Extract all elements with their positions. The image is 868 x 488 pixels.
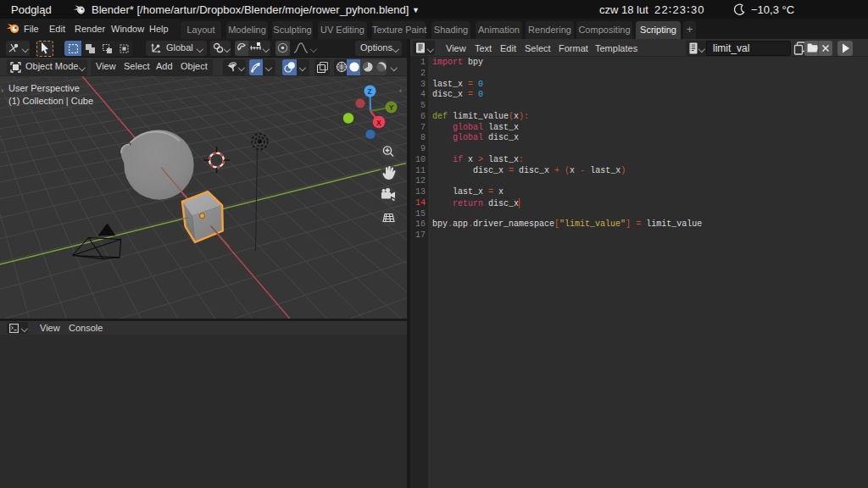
svg-text:Z: Z xyxy=(368,87,372,96)
svg-text:X: X xyxy=(376,119,381,127)
svg-text:(1) Collection | Cube: (1) Collection | Cube xyxy=(8,96,93,106)
svg-text:Y: Y xyxy=(389,103,394,112)
svg-text:‹: ‹ xyxy=(399,86,402,95)
svg-text:›: › xyxy=(1,86,3,95)
svg-text:User Perspective: User Perspective xyxy=(8,83,80,93)
